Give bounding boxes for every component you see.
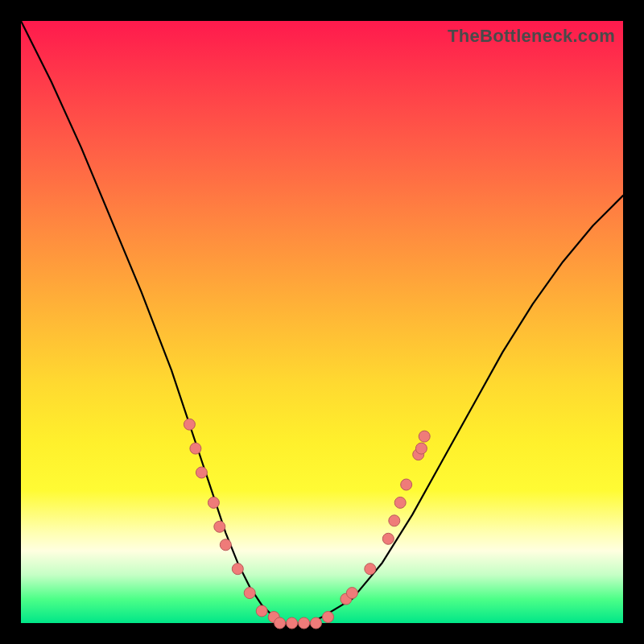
chart-frame: TheBottleneck.com <box>0 0 644 644</box>
plot-area: TheBottleneck.com <box>21 21 623 623</box>
data-point <box>196 467 207 478</box>
data-point <box>214 521 225 532</box>
data-point <box>220 539 231 551</box>
data-point <box>287 617 298 629</box>
data-point <box>415 443 427 454</box>
data-point <box>275 617 286 629</box>
data-point <box>394 497 406 508</box>
data-point <box>389 515 400 526</box>
data-point <box>208 497 219 508</box>
data-markers <box>184 419 430 629</box>
data-point <box>365 564 376 575</box>
data-point <box>382 533 394 544</box>
chart-svg <box>21 21 623 623</box>
data-point <box>184 419 195 430</box>
data-point <box>299 617 310 629</box>
data-point <box>311 617 322 629</box>
data-point <box>346 588 357 599</box>
data-point <box>419 431 430 442</box>
data-point <box>190 443 201 454</box>
data-point <box>401 479 412 490</box>
data-point <box>232 564 243 575</box>
data-point <box>256 605 267 617</box>
bottleneck-curve <box>21 21 623 623</box>
data-point <box>323 612 334 623</box>
data-point <box>244 588 255 599</box>
